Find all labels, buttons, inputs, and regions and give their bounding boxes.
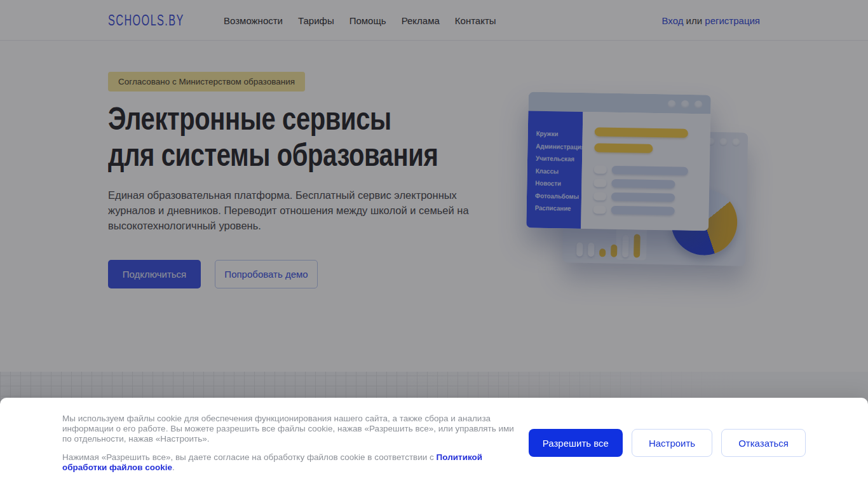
accept-all-button[interactable]: Разрешить все [529, 429, 623, 457]
cookie-paragraph-2: Нажимая «Разрешить все», вы даете соглас… [62, 452, 517, 473]
cookie-actions: Разрешить все Настроить Отказаться [529, 429, 806, 457]
configure-button[interactable]: Настроить [632, 429, 712, 457]
cookie-text: Мы используем файлы cookie для обеспечен… [62, 414, 517, 473]
cookie-paragraph-2-suffix: . [172, 463, 175, 472]
decline-button[interactable]: Отказаться [721, 429, 806, 457]
cookie-paragraph-2-prefix: Нажимая «Разрешить все», вы даете соглас… [62, 452, 437, 462]
cookie-paragraph-1: Мы используем файлы cookie для обеспечен… [62, 414, 517, 444]
cookie-banner: Мы используем файлы cookie для обеспечен… [0, 398, 868, 488]
